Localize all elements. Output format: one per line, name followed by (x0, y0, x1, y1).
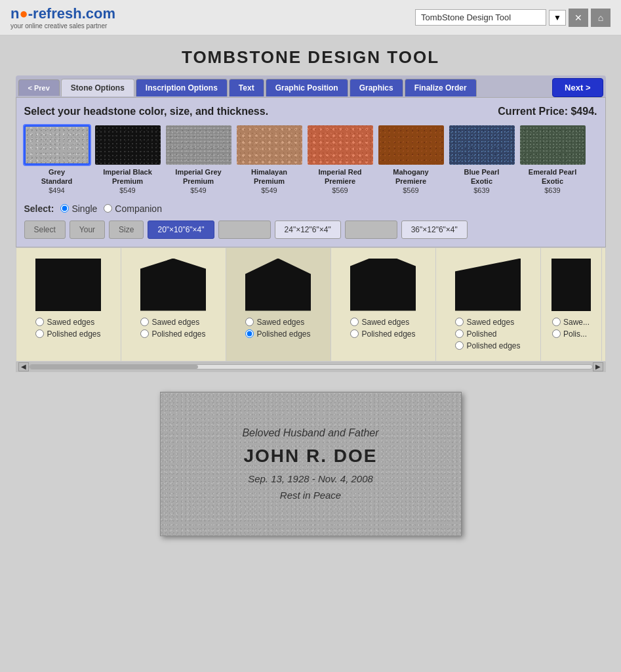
preview-beloved: Beloved Husband and Father (242, 427, 378, 439)
stone-panel: Select your headstone color, size, and t… (16, 97, 606, 247)
radio-single[interactable]: Single (60, 203, 97, 214)
preview-dates: Sep. 13, 1928 - Nov. 4, 2008 (248, 473, 373, 484)
swatch-price-imperial-grey: $549 (190, 186, 206, 194)
radio-single-input[interactable] (60, 204, 69, 213)
logo-tagline: your online creative sales partner (10, 22, 115, 30)
swatch-grey-standard[interactable]: GreyStandard $494 (24, 125, 90, 194)
scroll-left-arrow[interactable]: ◀ (18, 362, 29, 371)
main-container: < Prev Stone Options Inscription Options… (16, 75, 606, 576)
next-button[interactable]: Next > (552, 78, 603, 97)
swatch-price-grey-standard: $494 (49, 186, 64, 194)
shape-scroll-container: Sawed edges Polished edges Sawed edges P… (16, 248, 605, 361)
edge-sawed-slant[interactable]: Sawed edges (455, 318, 520, 327)
swatch-name-himalayan: HimalayanPremium (251, 167, 287, 186)
tab-text[interactable]: Text (229, 79, 264, 96)
shape-silhouette-wide-arch (350, 259, 416, 311)
edge-polished-slant2[interactable]: Polished edges (455, 341, 520, 350)
scroll-right-arrow[interactable]: ▶ (593, 362, 603, 371)
tabs-bar: < Prev Stone Options Inscription Options… (16, 75, 606, 97)
shape-silhouette-slight-arch (140, 259, 206, 311)
radio-companion[interactable]: Companion (104, 203, 162, 214)
swatch-emerald-pearl[interactable]: Emerald PearlExotic $639 (520, 125, 586, 194)
shape-slight-arch[interactable]: Sawed edges Polished edges (121, 248, 226, 361)
edge-polished-arch[interactable]: Polished edges (245, 329, 310, 339)
swatch-img-mahogany (378, 125, 444, 165)
stone-header-row: Select your headstone color, size, and t… (24, 106, 597, 117)
swatch-blue-pearl[interactable]: Blue PearlExotic $639 (449, 125, 515, 194)
edge-polished-slant[interactable]: Polished (455, 329, 520, 339)
stone-swatches: GreyStandard $494 Imperial BlackPremium … (24, 125, 597, 194)
size-btn-your[interactable]: Your (70, 220, 105, 239)
tab-stone-options[interactable]: Stone Options (61, 79, 134, 96)
edge-sawed-wide-arch[interactable]: Sawed edges (350, 318, 415, 327)
edge-polished-wide-arch[interactable]: Polished edges (350, 329, 415, 339)
radio-companion-input[interactable] (104, 204, 112, 213)
edge-polished-rect[interactable]: Polished edges (35, 329, 100, 339)
swatch-img-imperial-grey (166, 125, 231, 165)
scroll-bar-track[interactable] (29, 364, 593, 369)
tab-inscription-options[interactable]: Inscription Options (136, 79, 228, 96)
swatch-imperial-grey[interactable]: Imperial GreyPremium $549 (166, 125, 231, 194)
swatch-price-emerald-pearl: $639 (544, 186, 560, 194)
swatch-mahogany[interactable]: MahoganyPremiere $569 (378, 125, 444, 194)
size-btn-select[interactable]: Select (24, 220, 66, 239)
shape-slant[interactable]: Sawed edges Polished Polished edges (436, 248, 541, 361)
tab-finalize-order[interactable]: Finalize Order (405, 79, 477, 96)
swatch-himalayan[interactable]: HimalayanPremium $549 (237, 125, 302, 194)
preview-name: JOHN R. DOE (243, 446, 377, 467)
edge-polished-partial[interactable]: Polis... (552, 329, 590, 339)
swatch-img-emerald-pearl (520, 125, 586, 165)
swatch-imperial-black[interactable]: Imperial BlackPremium $549 (95, 125, 161, 194)
edge-sawed-rect[interactable]: Sawed edges (35, 318, 100, 327)
swatch-price-imperial-red: $569 (332, 186, 348, 194)
swatch-price-blue-pearl: $639 (473, 186, 489, 194)
tab-graphics[interactable]: Graphics (350, 79, 403, 96)
shape-wide-arch[interactable]: Sawed edges Polished edges (331, 248, 436, 361)
title-input[interactable] (415, 9, 546, 26)
shape-silhouette-partial (551, 259, 591, 311)
swatch-price-mahogany: $569 (403, 186, 418, 194)
header-title-bar: ▼ ✕ ⌂ (415, 9, 611, 27)
edge-options-rect: Sawed edges Polished edges (35, 318, 100, 339)
size-btn-empty2[interactable] (345, 220, 397, 239)
swatch-name-emerald-pearl: Emerald PearlExotic (529, 167, 576, 186)
size-btn-20x10[interactable]: 20"×10"6"×4" (148, 220, 214, 239)
swatch-imperial-red[interactable]: Imperial RedPremiere $569 (308, 125, 373, 194)
logo-text: n●-refresh.com (10, 5, 115, 22)
home-button[interactable]: ⌂ (591, 9, 611, 27)
shape-silhouette-rect (35, 259, 101, 311)
swatch-img-blue-pearl (449, 125, 515, 165)
edge-sawed-slight-arch[interactable]: Sawed edges (140, 318, 205, 327)
swatch-img-imperial-black (95, 125, 161, 165)
tab-graphic-position[interactable]: Graphic Position (266, 79, 348, 96)
size-btn-size[interactable]: Size (109, 220, 144, 239)
select-row: Select: Single Companion (24, 203, 597, 214)
edge-options-arch: Sawed edges Polished edges (245, 318, 310, 339)
size-btn-36x12[interactable]: 36"×12"6"×4" (401, 220, 468, 239)
shape-panel: Sawed edges Polished edges Sawed edges P… (16, 247, 606, 362)
size-btn-empty1[interactable] (218, 220, 271, 239)
swatch-name-grey-standard: GreyStandard (41, 167, 73, 186)
shape-rect[interactable]: Sawed edges Polished edges (16, 248, 121, 361)
swatch-name-blue-pearl: Blue PearlExotic (464, 167, 500, 186)
shape-silhouette-slant (455, 259, 521, 311)
shape-partial[interactable]: Sawe... Polis... (541, 248, 602, 361)
tab-prev[interactable]: < Prev (18, 79, 60, 96)
swatch-img-himalayan (237, 125, 302, 165)
edge-sawed-arch[interactable]: Sawed edges (245, 318, 310, 327)
swatch-img-grey-standard (24, 125, 90, 165)
current-price: Current Price: $494. (498, 106, 597, 117)
title-dropdown-button[interactable]: ▼ (549, 10, 566, 26)
swatch-price-himalayan: $549 (261, 186, 277, 194)
preview-area: Beloved Husband and Father JOHN R. DOE S… (16, 372, 606, 556)
scroll-bar-area: ◀ ▶ (16, 362, 606, 372)
swatch-name-imperial-red: Imperial RedPremiere (318, 167, 361, 186)
edge-options-partial: Sawe... Polis... (552, 318, 590, 339)
size-btn-24x12[interactable]: 24"×12"6"×4" (275, 220, 341, 239)
close-button[interactable]: ✕ (569, 9, 588, 27)
edge-polished-slight-arch[interactable]: Polished edges (140, 329, 205, 339)
select-label: Select: (24, 203, 54, 214)
edge-sawed-partial[interactable]: Sawe... (552, 318, 590, 327)
shape-arch[interactable]: Sawed edges Polished edges (226, 248, 331, 361)
edge-options-slant: Sawed edges Polished Polished edges (455, 318, 520, 350)
